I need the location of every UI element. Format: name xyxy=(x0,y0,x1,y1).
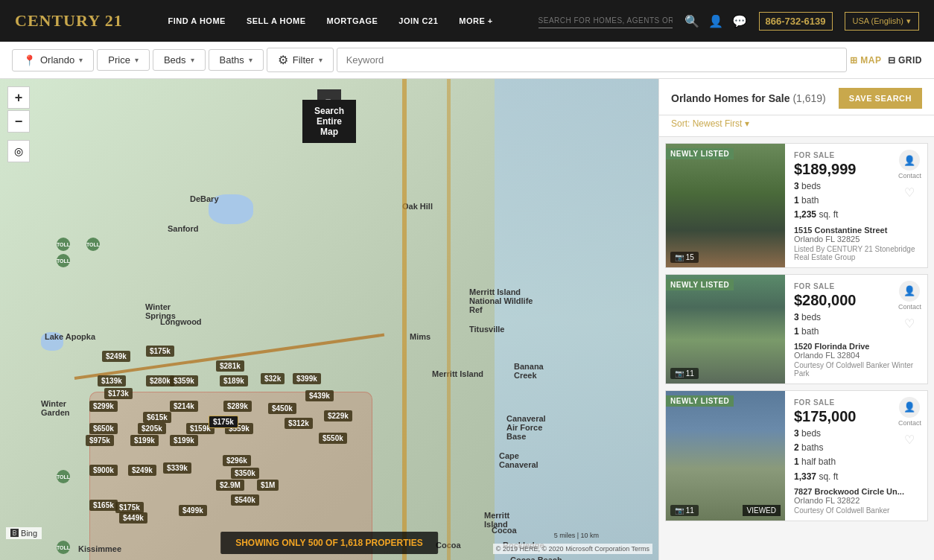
listing-city: Orlando FL 32804 xyxy=(794,351,920,360)
save-search-button[interactable]: SAVE SEARCH xyxy=(839,88,922,109)
card-actions: 👤 Contact ♡ xyxy=(898,150,921,200)
contact-icon: 👤 xyxy=(899,397,920,418)
listing-agent: Listed By CENTURY 21 Stonebridge Real Es… xyxy=(794,245,920,261)
city-label-sanford: Sanford xyxy=(168,224,199,233)
listing-card[interactable]: NEWLY LISTED 📷 11 FOR SALE $280,000 3 be… xyxy=(665,274,928,384)
listing-address: 7827 Brockwood Circle Un... xyxy=(794,487,920,496)
nav-right: 🔍 👤 💬 866-732-6139 USA (English) ▾ xyxy=(539,12,919,31)
card-actions: 👤 Contact ♡ xyxy=(898,397,921,447)
chevron-down-icon: ▾ xyxy=(906,16,911,26)
chevron-down-icon: ▾ xyxy=(745,118,749,129)
water-body xyxy=(41,332,63,351)
price-filter[interactable]: Price ▾ xyxy=(97,49,150,71)
contact-button[interactable]: 👤 Contact xyxy=(898,397,921,427)
listing-info: FOR SALE $189,999 3 beds 1 bath 1,235 sq… xyxy=(785,144,927,267)
nav-sell-home[interactable]: Sell a Home xyxy=(247,16,306,25)
contact-button[interactable]: 👤 Contact xyxy=(898,150,921,179)
nav-more[interactable]: More + xyxy=(459,16,492,25)
chevron-down-icon: ▾ xyxy=(319,56,323,64)
grid-icon: ⊟ xyxy=(888,55,896,66)
viewed-badge: VIEWED xyxy=(743,505,781,516)
filter-bar: 📍 Orlando ▾ Price ▾ Beds ▾ Baths ▾ ⚙ Fil… xyxy=(0,42,934,79)
toll-badge: TOLL xyxy=(86,238,100,251)
photo-count: 📷 11 xyxy=(670,505,699,516)
listing-city: Orlando FL 32825 xyxy=(794,235,920,244)
listing-photo xyxy=(666,144,785,267)
chevron-down-icon: ▾ xyxy=(79,56,83,64)
map-view-btn[interactable]: ⊞ MAP xyxy=(850,55,882,66)
message-icon[interactable]: 💬 xyxy=(732,14,747,28)
nav-icons: 🔍 👤 💬 xyxy=(684,14,747,28)
contact-icon: 👤 xyxy=(899,281,920,302)
favorite-button[interactable]: ♡ xyxy=(904,185,915,200)
grid-view-btn[interactable]: ⊟ GRID xyxy=(888,55,923,66)
contact-button[interactable]: 👤 Contact xyxy=(898,281,921,311)
bing-logo: 🅱 Bing xyxy=(6,527,42,539)
toll-badge: TOLL xyxy=(57,470,70,483)
top-search-input[interactable] xyxy=(539,13,673,28)
listing-image: NEWLY LISTED 📷 15 xyxy=(666,144,785,267)
logo: CENTURY 21 xyxy=(15,11,123,31)
beds-filter[interactable]: Beds ▾ xyxy=(153,49,206,71)
newly-listed-badge: NEWLY LISTED xyxy=(666,148,734,159)
zoom-in-button[interactable]: + xyxy=(7,86,30,109)
listing-photo xyxy=(666,391,785,521)
map-icon: ⊞ xyxy=(850,55,858,66)
keyword-input[interactable] xyxy=(337,48,847,72)
nav-links: Find a Home Sell a Home Mortgage Join C2… xyxy=(168,16,493,25)
sort-row: Sort: Newest First ▾ xyxy=(659,115,934,137)
newly-listed-badge: NEWLY LISTED xyxy=(666,279,734,290)
toll-badge: TOLL xyxy=(57,254,70,267)
baths-filter[interactable]: Baths ▾ xyxy=(209,49,264,71)
filter-more[interactable]: ⚙ Filter ▾ xyxy=(267,48,334,72)
photo-count: 📷 15 xyxy=(670,252,699,263)
search-icon[interactable]: 🔍 xyxy=(684,14,699,28)
coast-water xyxy=(495,79,658,560)
filter-icon: ⚙ xyxy=(278,53,288,67)
listing-address: 1515 Constantine Street xyxy=(794,226,920,235)
chevron-down-icon: ▾ xyxy=(249,56,252,64)
listing-image: NEWLY LISTED 📷 11 xyxy=(666,275,785,384)
map-footer: SHOWING ONLY 500 OF 1,618 PROPERTIES xyxy=(220,532,438,554)
toll-badge: TOLL xyxy=(57,541,70,554)
phone-number: 866-732-6139 xyxy=(759,12,833,31)
map-copyright: © 2019 HERE, © 2020 Microsoft Corporatio… xyxy=(493,544,652,554)
listing-card[interactable]: NEWLY LISTED 📷 11 VIEWED FOR SALE $175,0… xyxy=(665,390,928,521)
listing-image: NEWLY LISTED 📷 11 VIEWED xyxy=(666,391,785,521)
listing-card[interactable]: NEWLY LISTED 📷 15 FOR SALE $189,999 3 be… xyxy=(665,143,928,268)
map-container[interactable]: DeBary Sanford WinterSprings Longwood La… xyxy=(0,79,658,560)
nav-find-home[interactable]: Find a Home xyxy=(168,16,226,25)
photo-count: 📷 11 xyxy=(670,368,699,379)
favorite-button[interactable]: ♡ xyxy=(904,316,915,331)
chevron-down-icon: ▾ xyxy=(135,56,139,64)
nav-join[interactable]: Join C21 xyxy=(398,16,438,25)
toll-badge: TOLL xyxy=(57,238,70,251)
city-label-merritt-island: Merritt Island xyxy=(432,369,483,378)
listing-info: FOR SALE $280,000 3 beds 1 bath 1520 Flo… xyxy=(785,275,927,384)
language-button[interactable]: USA (English) ▾ xyxy=(845,12,919,31)
listing-city: Orlando FL 32822 xyxy=(794,496,920,505)
nav-mortgage[interactable]: Mortgage xyxy=(327,16,378,25)
results-title: Orlando Homes for Sale (1,619) xyxy=(671,92,826,104)
listing-address: 1520 Florinda Drive xyxy=(794,342,920,351)
location-icon: 📍 xyxy=(23,54,36,66)
map-background: DeBary Sanford WinterSprings Longwood La… xyxy=(0,79,658,560)
location-filter[interactable]: 📍 Orlando ▾ xyxy=(12,49,94,71)
card-actions: 👤 Contact ♡ xyxy=(898,281,921,331)
favorite-button[interactable]: ♡ xyxy=(904,433,915,447)
results-header: Orlando Homes for Sale (1,619) SAVE SEAR… xyxy=(659,79,934,115)
view-toggle: ⊞ MAP ⊟ GRID xyxy=(850,55,922,66)
main-content: DeBary Sanford WinterSprings Longwood La… xyxy=(0,79,934,560)
zoom-out-button[interactable]: − xyxy=(7,110,30,133)
search-map-area: ✏ Search Entire Map xyxy=(317,89,341,113)
highway-a1a xyxy=(447,79,451,560)
water-body xyxy=(209,194,253,224)
account-icon[interactable]: 👤 xyxy=(708,14,723,28)
city-label-longwood: Longwood xyxy=(160,317,202,326)
search-entire-map-button[interactable]: Search Entire Map xyxy=(302,100,356,143)
sort-label[interactable]: Sort: Newest First ▾ xyxy=(671,118,749,129)
my-location-button[interactable]: ◎ xyxy=(7,140,30,162)
contact-icon: 👤 xyxy=(899,150,920,171)
listing-agent: Courtesy Of Coldwell Banker Winter Park xyxy=(794,361,920,378)
map-controls: + − ◎ xyxy=(7,86,30,162)
